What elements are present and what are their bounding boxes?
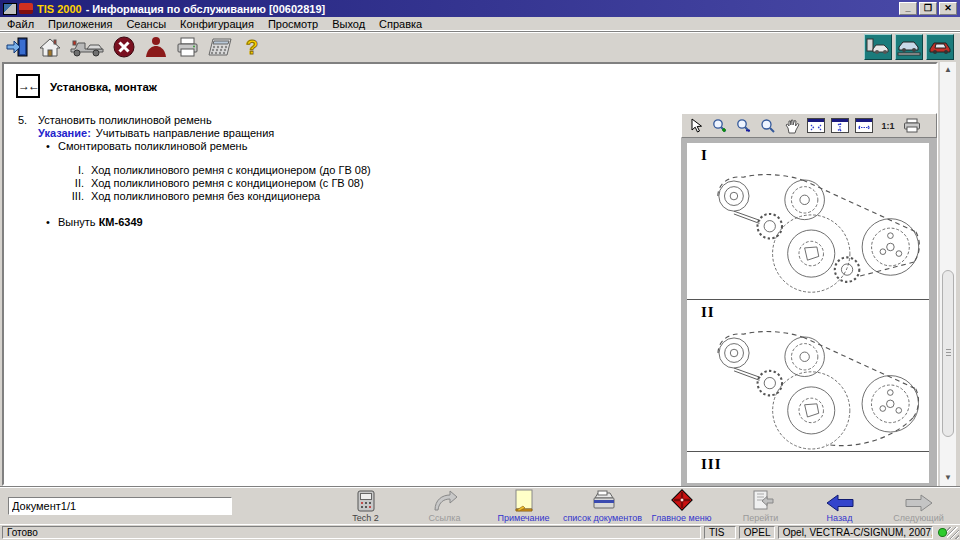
goto-icon bbox=[748, 488, 774, 512]
belt-diagram-1: I bbox=[687, 143, 929, 300]
bullet-item: •Вынуть КМ-6349 bbox=[46, 216, 143, 228]
zoom-icon[interactable] bbox=[758, 116, 778, 135]
section-title: Установка, монтаж bbox=[50, 81, 157, 93]
figure-label: I bbox=[701, 147, 929, 164]
back-arrow-icon bbox=[826, 488, 854, 512]
step-title: Установить поликлиновой ремень bbox=[38, 114, 212, 126]
vehicle-icon[interactable] bbox=[68, 34, 106, 60]
document-counter-field[interactable] bbox=[8, 497, 232, 515]
actual-size-button[interactable]: 1:1 bbox=[878, 116, 898, 135]
status-vehicle: Opel, VECTRA-C/SIGNUM, 2007, Z 19 DT bbox=[778, 526, 933, 539]
menu-applications[interactable]: Приложения bbox=[41, 17, 119, 31]
install-section-icon: →← bbox=[16, 74, 40, 98]
tis2000-window: { "window": { "title_app": "TIS 2000", "… bbox=[0, 0, 960, 540]
note-line: Указание:Учитывать направление вращения bbox=[38, 127, 274, 139]
menu-sessions[interactable]: Сеансы bbox=[119, 17, 173, 31]
tech2-icon bbox=[357, 488, 375, 512]
viewer-toolbar: 1:1 bbox=[681, 113, 937, 138]
content-scrollbar[interactable]: ▲ ▼ bbox=[939, 62, 956, 486]
document-list-icon bbox=[590, 488, 616, 512]
calculator-icon[interactable] bbox=[206, 34, 234, 60]
document-area: →← Установка, монтаж 5. Установить полик… bbox=[2, 62, 938, 486]
main-menu-icon bbox=[670, 488, 694, 512]
fit-page-icon[interactable] bbox=[806, 116, 826, 135]
menubar: Файл Приложения Сеансы Конфигурация Прос… bbox=[0, 17, 960, 31]
step-number: 5. bbox=[18, 114, 27, 126]
window-title-app: TIS 2000 bbox=[37, 3, 82, 15]
roman-item-2: II.Ход поликлинового ремня с кондиционер… bbox=[64, 177, 624, 189]
status-brand: OPEL bbox=[739, 526, 775, 539]
bullet-text: Вынуть bbox=[58, 216, 99, 228]
viewer-frame: I bbox=[681, 138, 937, 488]
home-icon[interactable] bbox=[36, 34, 64, 60]
window-title: - Информация по обслуживанию [00602819] bbox=[86, 3, 326, 15]
belt-diagram-page[interactable]: I bbox=[687, 143, 929, 483]
link-button[interactable]: Ссылка bbox=[405, 488, 484, 524]
bullet-item: •Смонтировать поликлиновой ремень bbox=[46, 140, 247, 152]
print-icon[interactable] bbox=[174, 34, 202, 60]
connection-led bbox=[938, 528, 947, 537]
fit-height-icon[interactable] bbox=[830, 116, 850, 135]
tis-logo-icon bbox=[19, 3, 33, 14]
user-icon[interactable] bbox=[142, 34, 170, 60]
status-tis: TIS bbox=[704, 526, 736, 539]
goto-button[interactable]: Перейти bbox=[721, 488, 800, 524]
bullet-text: Смонтировать поликлиновой ремень bbox=[58, 140, 247, 152]
note-icon bbox=[513, 488, 535, 512]
stop-icon[interactable] bbox=[110, 34, 138, 60]
menu-exit[interactable]: Выход bbox=[325, 17, 372, 31]
zoom-out-icon[interactable] bbox=[734, 116, 754, 135]
menu-help[interactable]: Справка bbox=[372, 17, 429, 31]
link-arrow-icon bbox=[432, 488, 458, 512]
exit-icon[interactable] bbox=[4, 34, 32, 60]
vehicle-data-icon[interactable] bbox=[864, 34, 892, 60]
vehicle-lift-icon[interactable] bbox=[895, 34, 923, 60]
belt-diagram-2: II bbox=[687, 300, 929, 452]
next-arrow-icon bbox=[905, 488, 933, 512]
note-button[interactable]: Примечание bbox=[484, 488, 563, 524]
scrollbar-thumb[interactable] bbox=[942, 270, 954, 437]
pan-hand-icon[interactable] bbox=[782, 116, 802, 135]
tool-number: КМ-6349 bbox=[99, 216, 143, 228]
minimize-button[interactable]: _ bbox=[899, 2, 917, 15]
belt-diagram-3: III bbox=[687, 452, 929, 483]
scroll-up-icon[interactable]: ▲ bbox=[942, 64, 954, 76]
menu-configuration[interactable]: Конфигурация bbox=[173, 17, 261, 31]
document-list-button[interactable]: список документов bbox=[563, 488, 642, 524]
figure-label: III bbox=[701, 456, 929, 473]
image-viewer-panel: 1:1 I bbox=[681, 113, 937, 488]
vehicle-red-icon[interactable] bbox=[926, 34, 954, 60]
next-button[interactable]: Следующий bbox=[879, 488, 958, 524]
roman-item-3: III.Ход поликлинового ремня без кондицио… bbox=[64, 190, 624, 202]
note-label: Указание: bbox=[38, 127, 91, 139]
bottom-toolbar: Tech 2 Ссылка Примечание bbox=[0, 486, 960, 523]
pointer-icon[interactable] bbox=[686, 116, 706, 135]
fit-width-icon[interactable] bbox=[854, 116, 874, 135]
figure-label: II bbox=[701, 304, 929, 321]
help-icon[interactable]: ? bbox=[238, 34, 266, 60]
viewer-print-icon[interactable] bbox=[902, 116, 922, 135]
titlebar: TIS 2000 - Информация по обслуживанию [0… bbox=[0, 0, 960, 17]
menu-view[interactable]: Просмотр bbox=[261, 17, 325, 31]
maximize-button[interactable]: ❐ bbox=[919, 2, 937, 15]
tech2-button[interactable]: Tech 2 bbox=[326, 488, 405, 524]
scroll-down-icon[interactable]: ▼ bbox=[942, 472, 954, 484]
resize-grip[interactable] bbox=[947, 527, 959, 539]
statusbar: Готово TIS OPEL Opel, VECTRA-C/SIGNUM, 2… bbox=[0, 524, 960, 540]
app-icon bbox=[3, 3, 17, 15]
main-menu-button[interactable]: Главное меню bbox=[642, 488, 721, 524]
menu-file[interactable]: Файл bbox=[0, 17, 41, 31]
main-toolbar: ? bbox=[0, 31, 960, 62]
note-text: Учитывать направление вращения bbox=[96, 127, 274, 139]
zoom-in-icon[interactable] bbox=[710, 116, 730, 135]
back-button[interactable]: Назад bbox=[800, 488, 879, 524]
roman-item-1: I.Ход поликлинового ремня с кондиционеро… bbox=[64, 164, 624, 176]
close-button[interactable]: ✕ bbox=[939, 2, 957, 15]
status-text: Готово bbox=[2, 526, 701, 539]
